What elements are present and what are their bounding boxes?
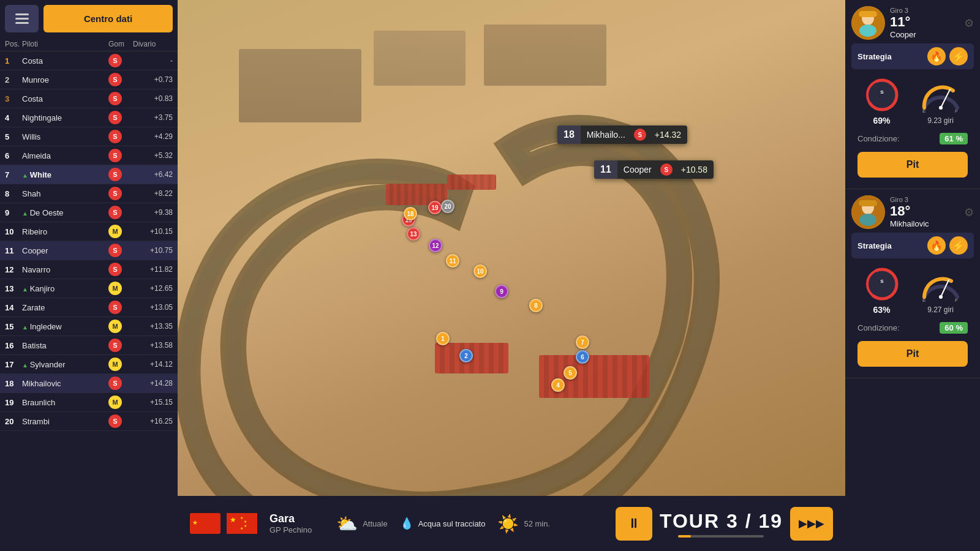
data-center-button[interactable]: Centro dati: [43, 5, 173, 32]
svg-text:S: S: [880, 279, 884, 284]
main-area: 124567891011121315181920 18 Mikhailo... …: [178, 0, 845, 551]
lap-cooper: Giro 3: [890, 7, 959, 14]
fuel-giri-cooper: 9.23 giri: [927, 116, 954, 125]
ff-icon: ▶▶▶: [799, 517, 824, 530]
standings-row: 2MunroeS+0.73: [0, 70, 178, 89]
pilot-name: Batista: [22, 341, 108, 350]
standings-row: 19BraunlichM+15.15: [0, 393, 178, 412]
position-number: 16: [5, 341, 22, 350]
standings-row: 17▲ SylvanderM+14.12: [0, 355, 178, 374]
gap-18: +14.32: [649, 127, 687, 142]
position-number: 12: [5, 265, 22, 274]
elec-strategy-icon-cooper[interactable]: ⚡: [949, 47, 968, 66]
elec-strategy-icon-mikhailovic[interactable]: ⚡: [949, 236, 968, 255]
tour-bar-fill: [678, 535, 691, 538]
right-panel: Giro 3 11° Cooper ⚙ Strategia 🔥 ⚡ S: [845, 0, 980, 551]
position-number: 2: [5, 75, 22, 84]
standings-row: 20StrambiS+16.25: [0, 412, 178, 431]
standings-row: 7▲ WhiteS+6.42: [0, 165, 178, 184]
tyre-badge: S: [108, 244, 122, 257]
tyre-badge: S: [108, 73, 122, 86]
temp-mikhailovic: 18°: [890, 203, 959, 219]
fuel-gauge-cooper: E F 9.23 giri: [919, 77, 962, 125]
position-number: 4: [5, 113, 22, 122]
gap-value: +6.42: [133, 170, 173, 179]
tyre-pct-cooper: 69%: [873, 116, 890, 126]
pause-button[interactable]: ⏸: [616, 507, 652, 541]
standings-row: 18MikhailovicS+14.28: [0, 374, 178, 393]
driver-header-cooper: Giro 3 11° Cooper ⚙: [851, 6, 974, 40]
weather-section: ⛅ Attuale: [336, 514, 387, 534]
car-dot-7: 7: [576, 335, 589, 349]
grandstand-4: [447, 174, 496, 190]
settings-icon-cooper[interactable]: ⚙: [964, 17, 974, 30]
avatar-mikhailovic: [851, 195, 885, 229]
svg-point-25: [939, 295, 943, 299]
svg-text:S: S: [880, 89, 884, 95]
fuel-strategy-icon-cooper[interactable]: 🔥: [927, 47, 946, 66]
name-mikhailovic: Mikhailovic: [890, 219, 959, 228]
fuel-strategy-icon-mikhailovic[interactable]: 🔥: [927, 236, 946, 255]
car-dot-11: 11: [446, 254, 459, 268]
svg-text:F: F: [955, 108, 958, 114]
gap-value: +16.25: [133, 417, 173, 425]
condizione-row-mikhailovic: Condizione: 60 %: [851, 320, 974, 336]
pilot-name: Costa: [22, 56, 108, 66]
settings-icon-mikhailovic[interactable]: ⚙: [964, 206, 974, 219]
tyre-badge: S: [108, 130, 122, 143]
standings-row: 8ShahS+8.22: [0, 184, 178, 203]
standings-header: Pos. Piloti Gom Divario: [0, 37, 178, 51]
top-bar: Centro dati: [0, 0, 178, 37]
tyre-badge: S: [108, 414, 122, 428]
driver-card-cooper: Giro 3 11° Cooper ⚙ Strategia 🔥 ⚡ S: [845, 0, 980, 189]
car-num-18: 18: [557, 126, 581, 144]
car-name-11: Cooper: [617, 162, 658, 177]
tyre-badge: S: [108, 206, 122, 219]
gap-value: +10.75: [133, 246, 173, 255]
building-1: [239, 49, 361, 122]
tyre-badge: M: [108, 395, 122, 409]
position-number: 5: [5, 132, 22, 141]
pilot-name: Ribeiro: [22, 227, 108, 236]
lap-mikhailovic: Giro 3: [890, 196, 959, 203]
controls: ⏸ TOUR 3 / 19 ▶▶▶: [616, 507, 833, 541]
gap-value: +12.65: [133, 284, 173, 293]
standings-row: 9▲ De OesteS+9.38: [0, 203, 178, 222]
fast-forward-button[interactable]: ▶▶▶: [790, 507, 833, 541]
avatar-cooper: [851, 6, 885, 40]
car-num-11: 11: [594, 160, 617, 179]
tyre-icon-11: S: [660, 163, 673, 176]
position-number: 3: [5, 94, 22, 103]
tyre-badge: S: [108, 149, 122, 162]
strategy-bar-mikhailovic: Strategia 🔥 ⚡: [851, 233, 974, 258]
pause-icon: ⏸: [627, 515, 641, 531]
pit-button-mikhailovic[interactable]: Pit: [858, 341, 968, 367]
pit-button-cooper[interactable]: Pit: [858, 152, 968, 178]
car-dot-9: 9: [495, 285, 508, 298]
strategy-icons-cooper: 🔥 ⚡: [927, 47, 968, 66]
position-number: 1: [5, 56, 22, 66]
tyre-badge: M: [108, 225, 122, 238]
pilot-name: ▲ Sylvander: [22, 360, 108, 369]
car-dot-8: 8: [529, 299, 543, 312]
car-popup-18: 18 Mikhailo... S +14.32: [557, 126, 687, 144]
driver-info-mikhailovic: Giro 3 18° Mikhailovic: [890, 196, 959, 228]
svg-text:F: F: [955, 298, 958, 303]
condizione-value-mikhailovic: 60 %: [940, 322, 968, 334]
gap-value: +0.83: [133, 94, 173, 103]
gap-value: +10.15: [133, 227, 173, 236]
standings-row: 15▲ IngledewM+13.35: [0, 317, 178, 336]
car-dot-10: 10: [473, 264, 487, 278]
standings-row: 10RibeiroM+10.15: [0, 222, 178, 241]
pilot-name: Munroe: [22, 75, 108, 84]
position-number: 6: [5, 151, 22, 160]
strategy-label-mikhailovic: Strategia: [858, 241, 892, 250]
menu-button[interactable]: [5, 5, 39, 32]
car-dot-20: 20: [441, 200, 454, 213]
standings-row: 3CostaS+0.83: [0, 89, 178, 108]
water-icon: 💧: [400, 517, 413, 530]
car-dot-1: 1: [436, 332, 450, 345]
svg-point-14: [939, 106, 943, 110]
svg-point-8: [859, 24, 876, 37]
gap-value: +14.28: [133, 379, 173, 388]
